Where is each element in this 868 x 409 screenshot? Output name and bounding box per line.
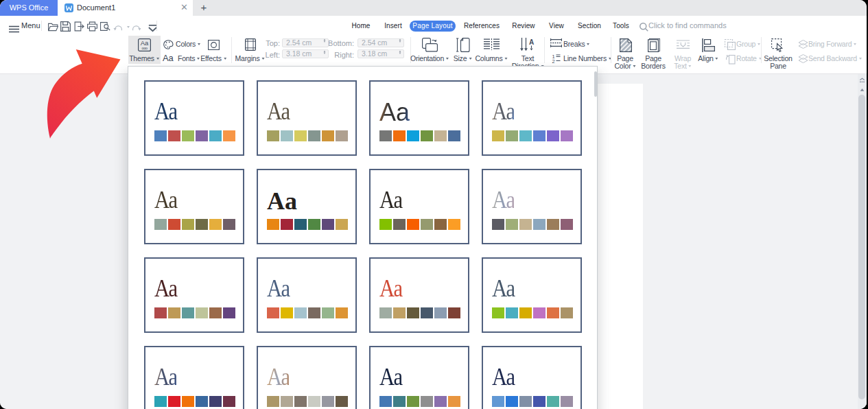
svg-text:ooo: ooo	[141, 46, 148, 50]
svg-text:A: A	[529, 38, 534, 46]
svg-text:2: 2	[552, 58, 555, 63]
